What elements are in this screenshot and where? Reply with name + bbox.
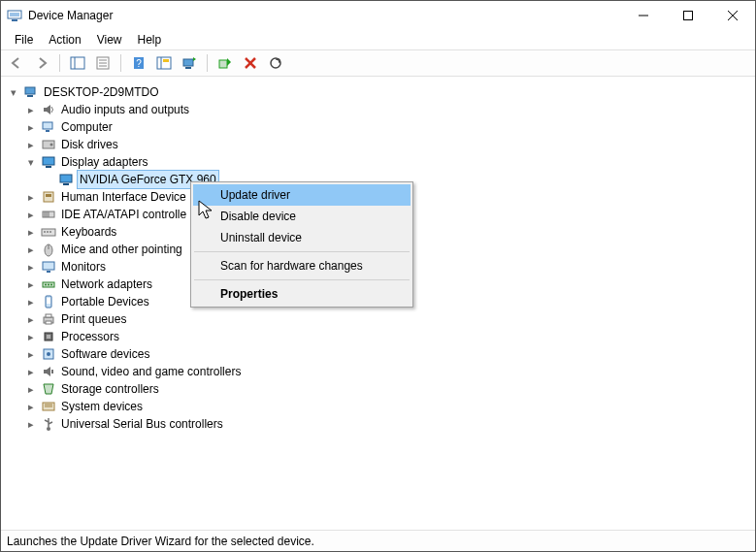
expand-icon[interactable]: ▸ — [24, 190, 38, 204]
expand-icon[interactable]: ▸ — [24, 365, 38, 378]
display-icon — [58, 172, 74, 187]
expand-icon[interactable]: ▸ — [24, 103, 38, 116]
expand-icon[interactable]: ▸ — [24, 277, 38, 291]
tree-category-label: Sound, video and game controllers — [59, 363, 243, 380]
svg-rect-2 — [12, 19, 17, 21]
svg-rect-42 — [47, 231, 49, 233]
tree-category[interactable]: ▸ Software devices — [7, 345, 755, 363]
tree-root[interactable]: ▾ DESKTOP-2D9MTDO — [7, 83, 755, 101]
usb-icon — [41, 416, 56, 432]
svg-rect-17 — [163, 59, 169, 62]
network-icon — [41, 276, 56, 292]
update-driver-button[interactable] — [178, 52, 201, 74]
window-title: Device Manager — [28, 9, 621, 22]
tree-category[interactable]: ▸ Audio inputs and outputs — [7, 101, 755, 118]
expand-icon[interactable]: ▸ — [24, 382, 38, 396]
forward-button[interactable] — [30, 52, 53, 74]
tree-category[interactable]: ▸ Computer — [7, 118, 755, 136]
expand-icon[interactable]: ▸ — [24, 312, 38, 326]
svg-rect-7 — [71, 57, 84, 69]
svg-rect-33 — [63, 183, 69, 185]
tree-category[interactable]: ▸ Sound, video and game controllers — [7, 363, 755, 380]
tree-category-label: Storage controllers — [59, 380, 161, 398]
svg-rect-46 — [43, 262, 54, 270]
expand-icon[interactable]: ▸ — [24, 400, 38, 413]
tree-category[interactable]: ▸ Print queues — [7, 310, 755, 328]
display-icon — [41, 154, 56, 170]
system-icon — [41, 399, 56, 414]
ctx-uninstall-device[interactable]: Uninstall device — [193, 227, 411, 248]
collapse-icon[interactable]: ▾ — [24, 155, 38, 169]
tree-category[interactable]: ▸ System devices — [7, 398, 755, 415]
ctx-properties[interactable]: Properties — [193, 283, 411, 305]
close-button[interactable] — [710, 1, 755, 30]
expand-icon[interactable]: ▸ — [24, 225, 38, 239]
enable-device-button[interactable] — [214, 52, 237, 74]
ctx-update-driver[interactable]: Update driver — [193, 184, 411, 206]
svg-rect-41 — [44, 231, 46, 233]
tree-category-label: Monitors — [59, 258, 108, 276]
menu-view[interactable]: View — [91, 31, 128, 49]
scan-hardware-button[interactable] — [264, 52, 287, 74]
tree-category-label: Human Interface Device — [59, 188, 188, 206]
svg-rect-15 — [157, 57, 171, 69]
tree-category-label: Universal Serial Bus controllers — [59, 415, 225, 433]
svg-rect-18 — [183, 59, 193, 66]
svg-rect-58 — [47, 335, 50, 339]
svg-rect-47 — [47, 271, 50, 273]
svg-point-29 — [50, 144, 53, 146]
minimize-button[interactable] — [621, 1, 666, 30]
svg-rect-26 — [43, 122, 52, 129]
expand-icon[interactable]: ▸ — [24, 330, 38, 343]
expand-icon[interactable]: ▸ — [24, 138, 38, 151]
tree-category-label: Print queues — [59, 310, 128, 328]
expand-icon[interactable]: ▸ — [24, 417, 38, 431]
svg-point-49 — [45, 284, 47, 286]
maximize-button[interactable] — [666, 1, 710, 30]
disk-icon — [41, 137, 56, 152]
tree-root-label: DESKTOP-2D9MTDO — [42, 83, 160, 101]
tree-category-label: Keyboards — [59, 223, 118, 241]
expand-icon[interactable]: ▸ — [24, 208, 38, 221]
collapse-icon[interactable]: ▾ — [7, 85, 20, 99]
tree-category[interactable]: ▸ Storage controllers — [7, 380, 755, 398]
ctx-disable-device[interactable]: Disable device — [193, 206, 411, 227]
back-button[interactable] — [5, 52, 28, 74]
menu-action[interactable]: Action — [43, 31, 86, 49]
svg-rect-25 — [27, 95, 33, 97]
ctx-scan-hardware[interactable]: Scan for hardware changes — [193, 255, 411, 276]
show-hide-console-tree-button[interactable] — [66, 52, 89, 74]
menu-file[interactable]: File — [9, 31, 39, 49]
expand-icon[interactable]: ▸ — [24, 347, 38, 361]
portable-icon — [41, 294, 56, 309]
svg-rect-32 — [60, 175, 72, 182]
properties-button[interactable] — [91, 52, 115, 74]
svg-rect-20 — [219, 60, 227, 68]
tree-category[interactable]: ▾ Display adapters — [7, 153, 755, 171]
tree-category[interactable]: ▸ Disk drives — [7, 136, 755, 153]
tree-category-label: Audio inputs and outputs — [59, 101, 191, 118]
svg-rect-56 — [46, 321, 51, 324]
expand-icon[interactable]: ▸ — [24, 120, 38, 134]
menu-help[interactable]: Help — [132, 31, 168, 49]
expand-icon[interactable]: ▸ — [24, 260, 38, 274]
expand-icon[interactable]: ▸ — [24, 295, 38, 308]
svg-rect-4 — [684, 12, 693, 20]
sound-icon — [41, 364, 56, 379]
tree-category-label: IDE ATA/ATAPI controlle — [59, 206, 188, 223]
expand-icon[interactable]: ▸ — [24, 243, 38, 256]
mouse-icon — [41, 242, 56, 257]
svg-point-51 — [50, 284, 52, 286]
uninstall-device-button[interactable] — [239, 52, 262, 74]
printer-icon — [41, 311, 56, 327]
tree-category[interactable]: ▸ Processors — [7, 328, 755, 345]
help-button[interactable]: ? — [127, 52, 150, 74]
menu-bar: File Action View Help — [1, 30, 755, 49]
svg-rect-53 — [47, 298, 50, 304]
titlebar: Device Manager — [1, 1, 755, 30]
action-center-button[interactable] — [152, 52, 176, 74]
status-bar: Launches the Update Driver Wizard for th… — [1, 530, 755, 551]
keyboard-icon — [41, 224, 56, 240]
tree-category[interactable]: ▸ Universal Serial Bus controllers — [7, 415, 755, 433]
window-controls — [621, 1, 755, 30]
